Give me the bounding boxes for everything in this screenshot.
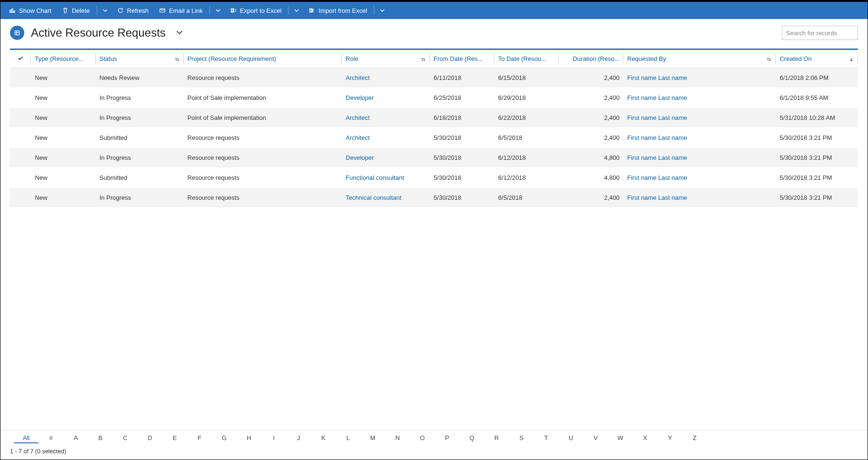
alpha-filter-item[interactable]: L <box>336 434 360 443</box>
cell-status: Submitted <box>96 168 184 188</box>
view-selector-dropdown[interactable] <box>176 29 183 37</box>
cell-type: New <box>31 68 95 88</box>
row-select-cell[interactable] <box>10 128 31 148</box>
cell-created-on: 5/31/2018 10:28 AM <box>776 108 858 128</box>
cell-to-date: 6/22/2018 <box>494 108 559 128</box>
import-excel-dropdown[interactable] <box>376 2 389 19</box>
cell-role[interactable]: Functional consultant <box>342 168 430 188</box>
alpha-filter-item[interactable]: Q <box>459 434 484 443</box>
email-link-dropdown[interactable] <box>212 2 224 19</box>
row-select-cell[interactable] <box>10 148 31 168</box>
col-role[interactable]: Role <box>342 50 430 68</box>
col-status[interactable]: Status <box>96 50 184 68</box>
cell-project: Point of Sale implementation <box>184 108 342 128</box>
alpha-filter-item[interactable]: D <box>138 434 162 443</box>
alpha-filter-item[interactable]: W <box>608 434 633 443</box>
cell-role[interactable]: Architect <box>342 108 430 128</box>
delete-button[interactable]: Delete <box>57 2 95 19</box>
col-created-on[interactable]: Created On <box>776 50 858 68</box>
show-chart-button[interactable]: Show Chart <box>4 2 56 19</box>
cell-duration: 2,400 <box>559 88 623 108</box>
cell-requested-by[interactable]: First name Last name <box>623 128 776 148</box>
table-row[interactable]: NewSubmittedResource requestsArchitect5/… <box>10 128 858 148</box>
table-row[interactable]: NewSubmittedResource requestsFunctional … <box>10 168 858 188</box>
row-select-cell[interactable] <box>10 188 31 208</box>
alpha-filter-item[interactable]: All <box>14 434 39 443</box>
alpha-filter-item[interactable]: H <box>237 434 261 443</box>
row-select-cell[interactable] <box>10 68 31 88</box>
col-from-date[interactable]: From Date (Res... <box>430 50 494 68</box>
alpha-filter-item[interactable]: M <box>360 434 385 443</box>
cell-created-on: 5/30/2018 3:21 PM <box>776 148 858 168</box>
select-all-header[interactable] <box>10 50 31 68</box>
table-row[interactable]: NewNeeds ReviewResource requestsArchitec… <box>10 68 858 88</box>
col-project[interactable]: Project (Resource Requirement) <box>184 50 342 68</box>
alpha-filter-item[interactable]: B <box>88 434 113 443</box>
alpha-filter-item[interactable]: A <box>63 434 88 443</box>
alpha-filter-item[interactable]: Z <box>682 434 707 443</box>
alpha-filter-item[interactable]: S <box>509 434 534 443</box>
cell-requested-by[interactable]: First name Last name <box>623 88 776 108</box>
chevron-down-icon <box>216 8 220 13</box>
alpha-filter-item[interactable]: N <box>385 434 410 443</box>
cell-role[interactable]: Architect <box>342 68 430 88</box>
alpha-filter-item[interactable]: F <box>187 434 212 443</box>
cell-status: Needs Review <box>96 68 184 88</box>
cell-requested-by[interactable]: First name Last name <box>623 188 776 208</box>
table-row[interactable]: NewIn ProgressPoint of Sale implementati… <box>10 108 858 128</box>
alpha-filter-item[interactable]: U <box>559 434 583 443</box>
table-row[interactable]: NewIn ProgressResource requestsTechnical… <box>10 188 858 208</box>
table-row[interactable]: NewIn ProgressResource requestsDeveloper… <box>10 148 858 168</box>
resource-requests-grid: Type (Resource... Status Project (Resour… <box>10 50 858 208</box>
alpha-filter-item[interactable]: V <box>583 434 608 443</box>
col-requested-by[interactable]: Requested By <box>623 50 776 68</box>
search-input[interactable] <box>786 29 866 37</box>
cell-requested-by[interactable]: First name Last name <box>623 68 776 88</box>
col-duration[interactable]: Duration (Reso... <box>559 50 623 68</box>
cell-created-on: 6/1/2018 9:55 AM <box>776 88 858 108</box>
alpha-filter-item[interactable]: E <box>162 434 187 443</box>
table-row[interactable]: NewIn ProgressPoint of Sale implementati… <box>10 88 858 108</box>
cell-role[interactable]: Technical consultant <box>342 188 430 208</box>
export-excel-button[interactable]: Export to Excel <box>225 2 286 19</box>
grid-wrap: Type (Resource... Status Project (Resour… <box>0 47 868 430</box>
excel-import-icon <box>309 7 315 14</box>
alpha-filter-item[interactable]: O <box>410 434 435 443</box>
resource-icon <box>14 29 20 36</box>
mail-icon <box>159 7 166 14</box>
row-select-cell[interactable] <box>10 168 31 188</box>
row-select-cell[interactable] <box>10 88 31 108</box>
cell-project: Resource requests <box>184 168 342 188</box>
email-link-button[interactable]: Email a Link <box>154 2 208 19</box>
alpha-filter-item[interactable]: Y <box>658 434 682 443</box>
import-excel-button[interactable]: Import from Excel <box>304 2 372 19</box>
separator <box>97 6 97 15</box>
cell-project: Resource requests <box>184 148 342 168</box>
cell-project: Resource requests <box>184 68 342 88</box>
alpha-filter-item[interactable]: T <box>534 434 559 443</box>
alpha-filter-item[interactable]: I <box>261 434 286 443</box>
alpha-filter-item[interactable]: X <box>633 434 658 443</box>
export-excel-dropdown[interactable] <box>290 2 303 19</box>
alpha-filter-item[interactable]: P <box>435 434 459 443</box>
cell-to-date: 6/12/2018 <box>494 148 559 168</box>
alpha-filter-item[interactable]: K <box>311 434 336 443</box>
cell-from-date: 5/30/2018 <box>430 148 494 168</box>
refresh-button[interactable]: Refresh <box>112 2 154 19</box>
cell-role[interactable]: Developer <box>342 148 430 168</box>
record-count-text: 1 - 7 of 7 (0 selected) <box>10 448 66 455</box>
cell-requested-by[interactable]: First name Last name <box>623 168 776 188</box>
cell-role[interactable]: Developer <box>342 88 430 108</box>
alpha-filter-item[interactable]: J <box>286 434 311 443</box>
alpha-filter-item[interactable]: # <box>39 434 63 443</box>
cell-requested-by[interactable]: First name Last name <box>623 148 776 168</box>
alpha-filter-item[interactable]: R <box>484 434 509 443</box>
cell-requested-by[interactable]: First name Last name <box>623 108 776 128</box>
alpha-filter-item[interactable]: G <box>212 434 237 443</box>
alpha-filter-item[interactable]: C <box>113 434 138 443</box>
col-type[interactable]: Type (Resource... <box>31 50 95 68</box>
cell-role[interactable]: Architect <box>342 128 430 148</box>
row-select-cell[interactable] <box>10 108 31 128</box>
delete-dropdown[interactable] <box>99 2 111 19</box>
col-to-date[interactable]: To Date (Resou... <box>494 50 559 68</box>
